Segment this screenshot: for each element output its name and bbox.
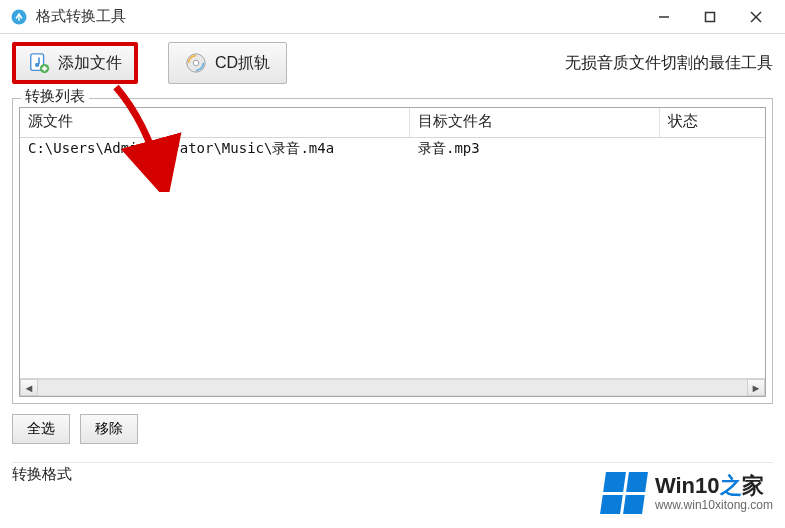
horizontal-scrollbar[interactable]: ◄ ► — [20, 378, 765, 396]
music-file-add-icon — [28, 52, 50, 74]
scroll-right-icon[interactable]: ► — [747, 379, 765, 396]
group-legend: 转换列表 — [21, 87, 89, 106]
remove-button[interactable]: 移除 — [80, 414, 138, 444]
svg-rect-2 — [706, 12, 715, 21]
bottom-buttons: 全选 移除 — [12, 414, 773, 444]
window-title: 格式转换工具 — [36, 7, 126, 26]
cd-rip-label: CD抓轨 — [215, 53, 270, 74]
maximize-button[interactable] — [687, 1, 733, 33]
svg-point-6 — [35, 63, 39, 67]
add-file-label: 添加文件 — [58, 53, 122, 74]
column-source[interactable]: 源文件 — [20, 108, 410, 137]
add-file-button[interactable]: 添加文件 — [12, 42, 138, 84]
watermark-brand: Win10之家 — [655, 475, 773, 497]
close-button[interactable] — [733, 1, 779, 33]
column-target[interactable]: 目标文件名 — [410, 108, 660, 137]
watermark-url: www.win10xitong.com — [655, 499, 773, 511]
select-all-button[interactable]: 全选 — [12, 414, 70, 444]
minimize-button[interactable] — [641, 1, 687, 33]
conversion-list: 源文件 目标文件名 状态 C:\Users\Administrator\Musi… — [19, 107, 766, 397]
list-body[interactable]: C:\Users\Administrator\Music\录音.m4a 录音.m… — [20, 138, 765, 378]
toolbar: 添加文件 CD抓轨 无损音质文件切割的最佳工具 — [0, 34, 785, 98]
slogan-text: 无损音质文件切割的最佳工具 — [565, 53, 773, 74]
app-icon — [10, 8, 28, 26]
conversion-list-group: 转换列表 源文件 目标文件名 状态 C:\Users\Administrator… — [12, 98, 773, 404]
titlebar: 格式转换工具 — [0, 0, 785, 34]
column-status[interactable]: 状态 — [660, 108, 765, 137]
table-row[interactable]: C:\Users\Administrator\Music\录音.m4a 录音.m… — [20, 138, 765, 160]
cd-icon — [185, 52, 207, 74]
window-controls — [641, 1, 779, 33]
svg-point-9 — [193, 60, 199, 66]
scroll-track[interactable] — [38, 379, 747, 396]
list-header: 源文件 目标文件名 状态 — [20, 108, 765, 138]
scroll-left-icon[interactable]: ◄ — [20, 379, 38, 396]
cell-target: 录音.mp3 — [410, 140, 660, 158]
cell-source: C:\Users\Administrator\Music\录音.m4a — [20, 140, 410, 158]
cd-rip-button[interactable]: CD抓轨 — [168, 42, 287, 84]
watermark: Win10之家 www.win10xitong.com — [603, 472, 773, 514]
windows-logo-icon — [600, 472, 648, 514]
